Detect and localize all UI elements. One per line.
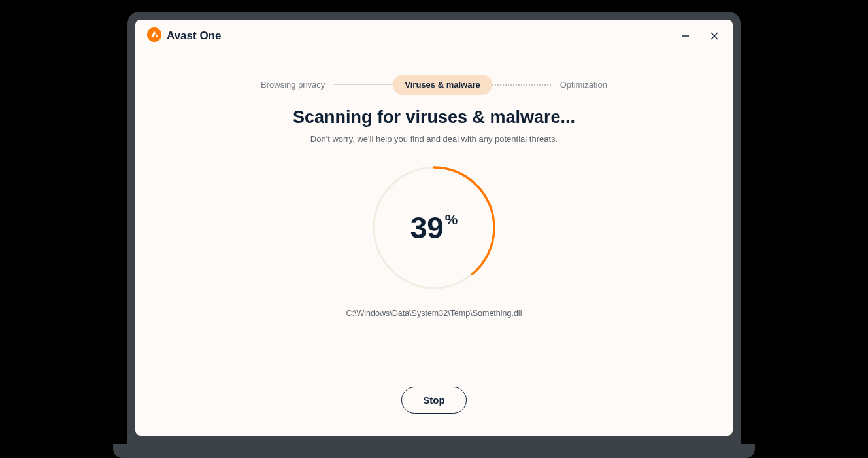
brand: Avast One (147, 27, 221, 44)
avast-logo-icon (147, 27, 161, 44)
percent-symbol: % (445, 211, 458, 228)
window-controls (671, 20, 729, 52)
step-connector (492, 84, 551, 85)
close-button[interactable] (700, 20, 729, 52)
laptop-frame: Avast One Browsing privacy Viruses & mal… (127, 12, 741, 444)
step-viruses-malware: Viruses & malware (393, 75, 492, 95)
step-browsing-privacy: Browsing privacy (252, 76, 334, 94)
progress-steps: Browsing privacy Viruses & malware Optim… (135, 75, 733, 95)
titlebar: Avast One (135, 20, 733, 52)
close-icon (710, 32, 718, 40)
stop-button[interactable]: Stop (401, 387, 466, 414)
step-optimization: Optimization (551, 76, 616, 94)
page-title: Scanning for viruses & malware... (135, 107, 733, 128)
action-row: Stop (135, 387, 733, 414)
progress-percent-value: 39 (410, 213, 444, 243)
app-window: Avast One Browsing privacy Viruses & mal… (135, 20, 733, 436)
page-subtitle: Don't worry, we'll help you find and dea… (135, 134, 733, 144)
heading-block: Scanning for viruses & malware... Don't … (135, 107, 733, 144)
step-connector (334, 84, 393, 85)
minimize-icon (682, 32, 690, 40)
brand-name: Avast One (167, 29, 221, 43)
progress-ring: 39 % (369, 162, 499, 293)
progress-label: 39 % (369, 162, 499, 293)
progress-section: 39 % C:\Windows\Data\System32\Temp\Somet… (135, 162, 733, 318)
laptop-base (113, 444, 755, 458)
minimize-button[interactable] (671, 20, 700, 52)
scan-current-file: C:\Windows\Data\System32\Temp\Something.… (346, 309, 522, 318)
